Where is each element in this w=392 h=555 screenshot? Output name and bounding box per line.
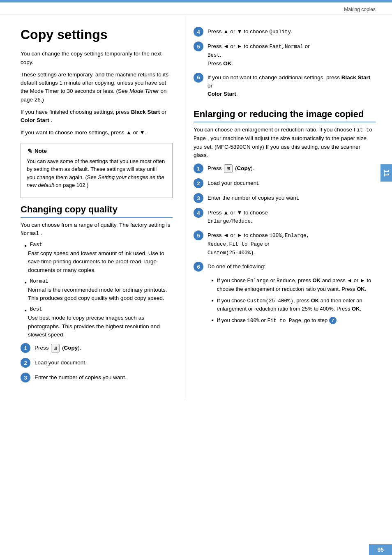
normal-label: Normal <box>30 279 48 284</box>
reduce-mono-1: Reduce <box>277 278 295 284</box>
intro3-end: . <box>51 117 53 123</box>
content-wrapper: Copy settings You can change the copy se… <box>0 14 392 400</box>
black-start-6q: Black Start <box>341 74 371 81</box>
intro-para-4: If you want to choose more settings, pre… <box>21 129 173 137</box>
step-circle-2: 2 <box>21 358 30 368</box>
note-icon: ✎ <box>27 147 32 155</box>
fast-bullet: ■ Fast <box>25 242 173 248</box>
100pct-mono: 100%,Enlarge, <box>270 233 310 239</box>
note-text: You can save some of the settings that y… <box>27 157 166 189</box>
step-3: 3 Enter the number of copies you want. <box>21 373 173 382</box>
intro-para-3: If you have finished choosing settings, … <box>21 108 173 125</box>
page-num: 95 <box>377 546 384 553</box>
header-text: Making copies <box>344 7 376 12</box>
left-column: Copy settings You can change the copy se… <box>0 14 185 400</box>
section1-intro-mono: Normal <box>21 231 39 237</box>
page-title: Copy settings <box>21 27 173 42</box>
step-1-text: Press ⊞ (Copy). <box>35 343 81 352</box>
page-number-box: 95 <box>369 544 392 555</box>
100pct-mono-3: 100% <box>247 318 260 324</box>
enlarge-step-circle-5: 5 <box>194 230 203 240</box>
step-5q-text: Press ◄ or ► to choose Fast,Normal or Be… <box>208 41 310 68</box>
best-bullet-marker: ■ <box>25 309 27 312</box>
custom-mono: Custom(25-400%) <box>208 250 254 256</box>
section2-title: Enlarging or reducing the image copied <box>194 108 376 123</box>
sub-bullet-3: ■ If you chose 100% or Fit to Page, go t… <box>212 316 376 325</box>
step-4q-text: Press ▲ or ▼ to choose Quality. <box>208 27 293 36</box>
step-4-quality: 4 Press ▲ or ▼ to choose Quality. <box>194 27 376 37</box>
enlarge-step-3: 3 Enter the number of copies you want. <box>194 193 376 203</box>
fast-bullet-marker: ■ <box>25 244 27 248</box>
section2-intro: You can choose an enlargement or reducti… <box>194 126 376 159</box>
step-circle-3: 3 <box>21 373 30 382</box>
best-label: Best <box>30 306 42 312</box>
enlarge-step-6-text: Do one of the following: <box>208 262 265 271</box>
step-6-quality: 6 If you do not want to change additiona… <box>194 73 376 99</box>
chapter-num: 11 <box>383 169 390 177</box>
step-3-text: Enter the number of copies you want. <box>35 373 127 382</box>
enlarge-step-4: 4 Press ▲ or ▼ to choose Enlarge/Reduce. <box>194 208 376 226</box>
enlarge-mono-1: Enlarge <box>247 278 269 284</box>
section2-cont: , your machine will adjust the size auto… <box>194 135 367 158</box>
copy-icon-btn-enlarge: ⊞ <box>224 164 233 173</box>
intro2-italic: Mode Timer <box>129 88 159 94</box>
section2-intro-text: You can choose an enlargement or reducti… <box>194 127 352 133</box>
intro-para-1: You can change the copy settings tempora… <box>21 50 173 67</box>
note-cont: on page 102.) <box>55 182 88 188</box>
section1-intro: You can choose from a range of quality. … <box>21 221 173 238</box>
intro3-bold2: Color Start <box>21 117 49 123</box>
quality-mono: Quality <box>270 29 291 35</box>
chapter-tab: 11 <box>380 164 392 182</box>
enlarge-step-3-text: Enter the number of copies you want. <box>208 193 300 202</box>
note-box: ✎ Note You can save some of the settings… <box>21 143 173 198</box>
step-2: 2 Load your document. <box>21 358 173 368</box>
section1-title: Changing copy quality <box>21 204 173 218</box>
enlarge-step-5: 5 Press ◄ or ► to choose 100%,Enlarge, R… <box>194 230 376 257</box>
best-desc: Use best mode to copy precise images suc… <box>28 314 173 339</box>
quality-steps: 4 Press ▲ or ▼ to choose Quality. 5 Pres… <box>194 27 376 99</box>
sub-bullet-1-text: If you chose Enlarge or Reduce, press OK… <box>217 276 376 293</box>
enlarge-step-1-text: Press ⊞ (Copy). <box>208 164 254 173</box>
sub-bullet-3-text: If you chose 100% or Fit to Page, go to … <box>217 316 338 325</box>
step-5-quality: 5 Press ◄ or ► to choose Fast,Normal or … <box>194 41 376 68</box>
copy-icon-btn-1: ⊞ <box>51 344 60 352</box>
step-circle-1: 1 <box>21 343 30 353</box>
sub-bullet-marker-2: ■ <box>212 299 214 302</box>
fast-normal-mono: Fast,Normal <box>270 44 304 50</box>
step-2-text: Load your document. <box>35 358 87 367</box>
fast-label: Fast <box>30 242 42 248</box>
custom-mono-2: Custom(25-400%) <box>247 298 294 304</box>
intro3-pre: If you have finished choosing settings, … <box>21 109 129 115</box>
enlarge-reduce-mono: Enlarge/Reduce <box>208 219 251 224</box>
section1-intro-end: . <box>41 230 42 236</box>
copy-label-1: Copy <box>64 345 78 351</box>
right-column: 4 Press ▲ or ▼ to choose Quality. 5 Pres… <box>185 14 392 400</box>
copy-label-enlarge: Copy <box>237 165 251 171</box>
enlarge-step-circle-2: 2 <box>194 178 203 188</box>
enlarge-step-circle-3: 3 <box>194 193 203 203</box>
enlarge-step-6: 6 Do one of the following: <box>194 262 376 272</box>
enlarge-step-1: 1 Press ⊞ (Copy). <box>194 164 376 173</box>
normal-bullet-marker: ■ <box>25 281 27 284</box>
enlarge-step-circle-4: 4 <box>194 208 203 218</box>
sub-bullet-2: ■ If you chose Custom(25-400%), press OK… <box>212 297 376 313</box>
enlarge-step-circle-1: 1 <box>194 164 203 173</box>
sub-bullets: ■ If you chose Enlarge or Reduce, press … <box>208 276 376 325</box>
sub-bullet-1: ■ If you chose Enlarge or Reduce, press … <box>212 276 376 293</box>
step-circle-4q: 4 <box>194 27 203 37</box>
step-1: 1 Press ⊞ (Copy). <box>21 343 173 353</box>
reduce-fit-mono: Reduce,Fit to Page <box>208 242 263 247</box>
color-start-6q: Color Start <box>208 91 236 97</box>
enlarge-step-circle-6: 6 <box>194 262 203 272</box>
note-title: ✎ Note <box>27 147 166 155</box>
fast-desc: Fast copy speed and lowest amount of ink… <box>28 249 173 274</box>
note-label: Note <box>35 148 47 154</box>
best-mono: Best <box>208 53 220 58</box>
step-7-circle: 7 <box>329 317 337 324</box>
normal-desc: Normal is the recommended mode for ordin… <box>28 286 173 303</box>
enlarge-step-2: 2 Load your document. <box>194 178 376 188</box>
fit-to-page-mono-3: Fit to Page <box>267 318 301 324</box>
sub-bullet-marker-3: ■ <box>212 318 214 322</box>
section1-intro-text: You can choose from a range of quality. … <box>21 222 170 228</box>
enlarge-step-5-text: Press ◄ or ► to choose 100%,Enlarge, Red… <box>208 230 309 257</box>
